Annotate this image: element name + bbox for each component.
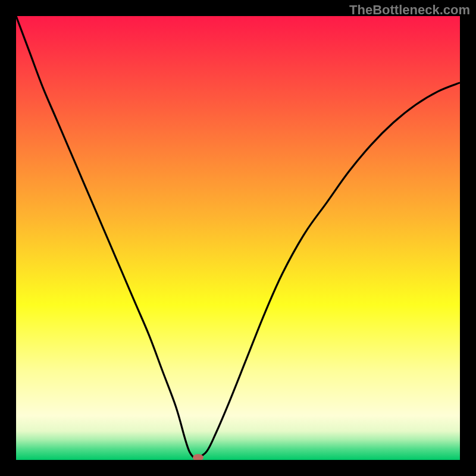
bottleneck-chart: TheBottleneck.com — [0, 0, 476, 476]
bottleneck-curve — [16, 16, 460, 460]
plot-area — [16, 16, 460, 460]
watermark-text: TheBottleneck.com — [349, 2, 470, 18]
optimal-point-marker — [193, 454, 203, 460]
